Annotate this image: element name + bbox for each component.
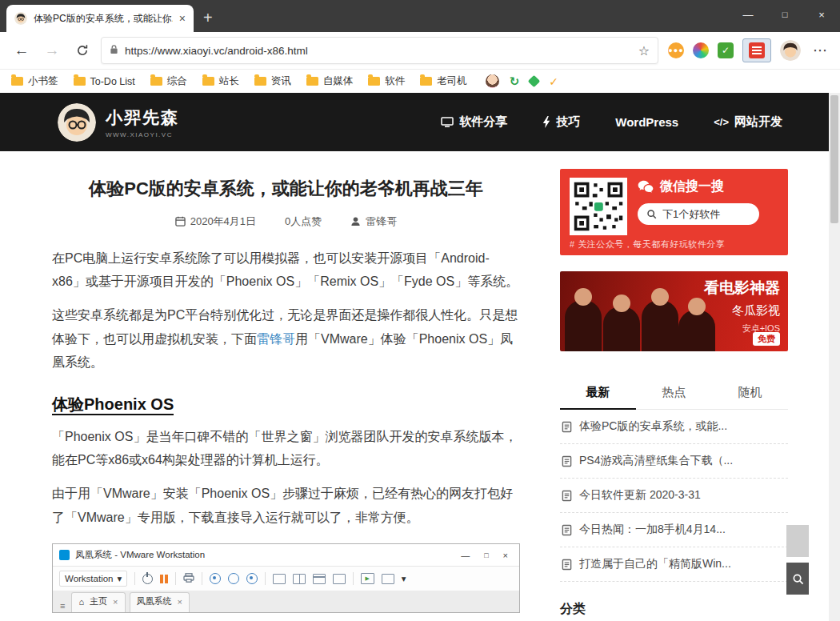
- movie-figure: [565, 300, 602, 351]
- layout-full-icon: [333, 574, 346, 584]
- browser-tab[interactable]: 体验PC版的安卓系统，或能让你... ×: [6, 5, 194, 32]
- bookmark-folder[interactable]: To-Do List: [74, 76, 135, 87]
- extension-clipper-button[interactable]: [742, 38, 771, 62]
- paragraph: 由于用「VMware」安装「Phoenix OS」步骤过于麻烦，已经有热心的网友…: [52, 482, 520, 529]
- folder-icon: [254, 77, 266, 86]
- back-to-top-button[interactable]: [786, 525, 809, 557]
- section-heading: 体验Phoenix OS: [52, 394, 520, 415]
- avatar-bookmark-icon[interactable]: [486, 74, 499, 88]
- bookmark-folder[interactable]: 软件: [368, 74, 405, 88]
- bookmark-label: To-Do List: [90, 76, 135, 87]
- tab-close-icon[interactable]: ×: [179, 12, 186, 25]
- page-viewport: 小羿先森 WWW.XIAOYI.VC 软件分享 技巧 WordPress </>: [0, 93, 840, 621]
- bookmark-label: 软件: [385, 74, 405, 88]
- doc-icon: [562, 421, 572, 433]
- forward-button[interactable]: →: [40, 38, 64, 62]
- post-link[interactable]: PS4游戏高清壁纸集合下载（...: [560, 444, 788, 479]
- site-search-button[interactable]: [786, 563, 809, 595]
- movie-banner-title: 看电影神器: [704, 278, 780, 298]
- vmware-window-title: 凤凰系统 - VMware Workstation: [75, 549, 205, 561]
- maximize-button[interactable]: □: [766, 0, 803, 29]
- vmware-tab-vm: 凤凰系统×: [130, 592, 190, 612]
- layout-split-icon: [293, 574, 306, 584]
- article-image-vmware: 凤凰系统 - VMware Workstation —□× Workstatio…: [52, 543, 520, 613]
- bookmark-folder[interactable]: 资讯: [254, 74, 291, 88]
- bookmark-folder[interactable]: 老司机: [420, 74, 467, 88]
- browser-window: 体验PC版的安卓系统，或能让你... × + — □ × ← → https:/…: [0, 0, 840, 621]
- nav-item-software[interactable]: 软件分享: [441, 114, 507, 130]
- extension-dots-icon[interactable]: ●●●: [668, 42, 684, 58]
- site-subtitle: WWW.XIAOYI.VC: [106, 131, 179, 138]
- tab-favicon-icon: [14, 12, 27, 25]
- sidebar-tabs: 最新 热点 随机: [560, 377, 788, 410]
- doc-icon: [562, 559, 572, 571]
- sidebar: 微信搜一搜 下1个好软件 # 关注公众号，每天都有好玩软件分享 看电影神器: [560, 151, 788, 618]
- vmware-menu-button: Workstation▾: [59, 571, 127, 587]
- browser-menu-button[interactable]: ⋯: [810, 42, 830, 59]
- toolbar-caret-icon: ▾: [402, 573, 406, 584]
- wechat-icon: [638, 180, 654, 194]
- check-icon[interactable]: ✓: [549, 75, 558, 88]
- post-link[interactable]: 打造属于自己的「精简版Win...: [560, 547, 788, 582]
- page-scrollbar[interactable]: [829, 93, 840, 621]
- post-link[interactable]: 体验PC版的安卓系统，或能...: [560, 410, 788, 444]
- browser-navbar: ← → https://www.xiaoyi.vc/android-x86.ht…: [0, 32, 840, 70]
- movie-banner[interactable]: 看电影神器 冬瓜影视 安卓+IOS 免费: [560, 271, 788, 351]
- diamond-icon[interactable]: [528, 75, 541, 88]
- monitor-icon: [441, 117, 454, 128]
- manage-icon: [246, 573, 258, 584]
- post-link[interactable]: 今日热闻：一加8手机4月14...: [560, 513, 788, 547]
- calendar-icon: [175, 216, 186, 226]
- folder-icon: [202, 77, 214, 86]
- tab-hot[interactable]: 热点: [636, 377, 712, 409]
- reload-button[interactable]: [70, 38, 94, 62]
- nav-item-tips[interactable]: 技巧: [542, 114, 580, 130]
- extension-adguard-icon[interactable]: ✓: [718, 42, 734, 58]
- code-icon: </>: [714, 116, 729, 128]
- folder-icon: [74, 77, 86, 86]
- console-icon: ▶: [361, 573, 374, 584]
- sync-icon[interactable]: ↻: [510, 74, 520, 89]
- page-content: 体验PC版的安卓系统，或能让你的老爷机再战三年 2020年4月1日 0人点赞 雷…: [0, 151, 840, 618]
- logo-avatar-icon: [58, 103, 96, 142]
- qr-code: [570, 178, 627, 235]
- bookmark-extra-icons: ↻ ✓: [486, 74, 558, 89]
- article-author[interactable]: 雷锋哥: [350, 214, 397, 229]
- back-button[interactable]: ←: [10, 38, 34, 62]
- folder-icon: [420, 77, 432, 86]
- author-link[interactable]: 雷锋哥: [257, 332, 295, 346]
- tab-latest[interactable]: 最新: [560, 377, 636, 410]
- site-logo[interactable]: 小羿先森 WWW.XIAOYI.VC: [58, 103, 179, 142]
- bookmark-label: 小书签: [28, 74, 58, 88]
- scrollbar-thumb[interactable]: [830, 95, 838, 223]
- layout-bar-icon: [313, 574, 326, 584]
- post-link[interactable]: 今日软件更新 2020-3-31: [560, 479, 788, 513]
- bookmark-folder[interactable]: 自媒体: [306, 74, 354, 88]
- window-controls: — □ ×: [730, 0, 840, 29]
- article-likes: 0人点赞: [285, 214, 322, 229]
- wechat-banner[interactable]: 微信搜一搜 下1个好软件 # 关注公众号，每天都有好玩软件分享: [560, 169, 788, 255]
- tab-random[interactable]: 随机: [712, 377, 788, 409]
- folder-icon: [11, 77, 23, 86]
- nav-item-wordpress[interactable]: WordPress: [615, 115, 678, 129]
- bookmark-folder[interactable]: 综合: [150, 74, 187, 88]
- address-bar[interactable]: https://www.xiaoyi.vc/android-x86.html ☆: [101, 37, 658, 64]
- close-window-button[interactable]: ×: [803, 0, 840, 29]
- extension-colorwheel-icon[interactable]: [693, 42, 709, 58]
- minimize-button[interactable]: —: [730, 0, 766, 29]
- bookmark-star-icon[interactable]: ☆: [638, 43, 650, 58]
- vmware-window-controls: —□×: [461, 551, 513, 560]
- vmware-logo-icon: [59, 550, 70, 560]
- printer-icon: [183, 573, 194, 584]
- article: 体验PC版的安卓系统，或能让你的老爷机再战三年 2020年4月1日 0人点赞 雷…: [52, 151, 520, 618]
- nav-item-webdev[interactable]: </> 网站开发: [714, 114, 782, 130]
- movie-free-badge: 免费: [753, 332, 780, 346]
- user-icon: [350, 216, 361, 226]
- bookmark-folder[interactable]: 站长: [202, 74, 239, 88]
- vmware-tabbar: ≡ ⌂主页× 凤凰系统×: [53, 591, 519, 612]
- new-tab-button[interactable]: +: [203, 10, 213, 26]
- revert-icon: [228, 573, 239, 584]
- profile-avatar[interactable]: [780, 40, 801, 61]
- bookmark-folder[interactable]: 小书签: [11, 74, 58, 88]
- folder-icon: [150, 77, 162, 86]
